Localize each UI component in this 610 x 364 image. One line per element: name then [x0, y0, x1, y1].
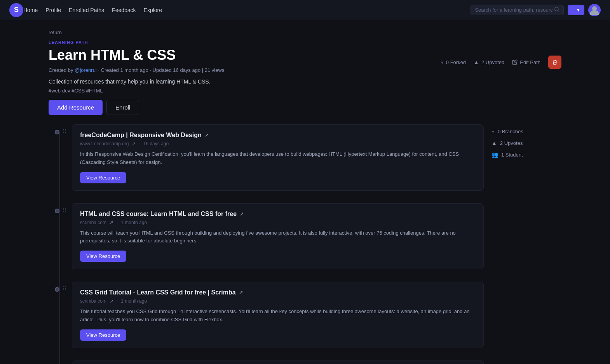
- resource-description: In this Responsive Web Design Certificat…: [80, 150, 476, 167]
- view-resource-button[interactable]: View Resource: [80, 251, 126, 262]
- upvoted-stat: ▲ 2 Upvoted: [474, 59, 504, 65]
- resource-url: www.freecodecamp.org: [80, 141, 129, 146]
- upvotes-stat: ▲ 2 Upvotes: [491, 140, 561, 146]
- url-external-icon: ↗: [132, 141, 136, 146]
- forked-stat: ⑂ 0 Forked: [441, 59, 466, 65]
- svg-point-0: [555, 7, 558, 11]
- drag-handle[interactable]: ⠿: [63, 286, 66, 292]
- resource-url: scrimba.com: [80, 220, 106, 225]
- students-stat: 👥 1 Student: [491, 152, 561, 158]
- resource-item: ⠿ Flexbox tutorial - Learn CSS Flexbox f…: [72, 361, 484, 364]
- resource-description: This course will teach you HTML and CSS …: [80, 229, 476, 246]
- delete-button[interactable]: [548, 56, 561, 69]
- path-action-buttons: Add Resource Enroll: [49, 100, 561, 115]
- drag-handle[interactable]: ⠿: [63, 207, 66, 213]
- resource-item: ⠿ CSS Grid Tutorial - Learn CSS Grid for…: [72, 282, 484, 348]
- resource-card: freeCodeCamp | Responsive Web Design ↗ w…: [72, 124, 484, 191]
- enroll-button[interactable]: Enroll: [106, 100, 139, 115]
- nav-home[interactable]: Home: [23, 7, 38, 13]
- nav-explore[interactable]: Explore: [144, 7, 162, 13]
- resource-url-row: scrimba.com ↗ · 1 month ago: [80, 220, 476, 225]
- upvotes-icon: ▲: [491, 140, 497, 146]
- timeline-dot: [55, 287, 59, 292]
- nav-feedback[interactable]: Feedback: [112, 7, 136, 13]
- resource-url-row: scrimba.com ↗ · 1 month ago: [80, 298, 476, 304]
- branches-icon: ⑂: [491, 128, 495, 134]
- resource-link[interactable]: HTML and CSS course: Learn HTML and CSS …: [80, 211, 237, 218]
- resource-card: HTML and CSS course: Learn HTML and CSS …: [72, 203, 484, 270]
- resource-link[interactable]: CSS Grid Tutorial - Learn CSS Grid for f…: [80, 289, 236, 296]
- author-link[interactable]: @jorenrui: [75, 67, 97, 73]
- view-resource-button[interactable]: View Resource: [80, 172, 126, 183]
- path-tags: #web dev #CSS #HTML: [49, 88, 441, 94]
- path-label: LEARNING PATH: [49, 40, 441, 45]
- url-external-icon: ↗: [110, 298, 113, 304]
- breadcrumb: return: [49, 20, 561, 40]
- resource-description: This tutorial teaches you CSS Grid throu…: [80, 308, 476, 324]
- timeline: ⠿ freeCodeCamp | Responsive Web Design ↗…: [49, 124, 484, 364]
- resource-time: 1 month ago: [121, 220, 147, 225]
- resource-time: 1 month ago: [121, 298, 147, 304]
- nav-links: Home Profile Enrolled Paths Feedback Exp…: [23, 7, 471, 13]
- main-content: return LEARNING PATH Learn HTML & CSS Cr…: [33, 20, 577, 364]
- edit-icon: [512, 59, 518, 65]
- students-icon: 👥: [491, 152, 498, 158]
- external-link-icon: ↗: [239, 290, 243, 295]
- resource-link[interactable]: freeCodeCamp | Responsive Web Design: [80, 132, 202, 139]
- resource-title: freeCodeCamp | Responsive Web Design ↗: [80, 132, 476, 139]
- resource-title: HTML and CSS course: Learn HTML and CSS …: [80, 211, 476, 218]
- edit-path-button[interactable]: Edit Path: [512, 59, 540, 65]
- resource-card: Flexbox tutorial - Learn CSS Flexbox for…: [72, 361, 484, 364]
- resource-time: 16 days ago: [143, 141, 169, 146]
- resource-item: ⠿ freeCodeCamp | Responsive Web Design ↗…: [72, 124, 484, 191]
- path-actions: ⑂ 0 Forked ▲ 2 Upvoted Edit Path: [441, 40, 561, 69]
- upvote-icon: ▲: [474, 59, 479, 65]
- navbar: S Home Profile Enrolled Paths Feedback E…: [0, 0, 610, 20]
- path-header-left: LEARNING PATH Learn HTML & CSS Created b…: [49, 40, 441, 94]
- resource-title: CSS Grid Tutorial - Learn CSS Grid for f…: [80, 289, 476, 296]
- add-button[interactable]: + ▾: [568, 5, 584, 15]
- nav-logo[interactable]: S: [9, 3, 23, 17]
- trash-icon: [552, 59, 558, 65]
- nav-right: + ▾: [471, 4, 601, 16]
- external-link-icon: ↗: [240, 211, 244, 217]
- fork-icon: ⑂: [441, 59, 444, 65]
- resources-list: ⠿ freeCodeCamp | Responsive Web Design ↗…: [49, 124, 484, 364]
- search-icon: [554, 7, 559, 13]
- external-link-icon: ↗: [205, 132, 209, 138]
- timeline-dot: [55, 130, 59, 134]
- path-description: Collection of resources that may help yo…: [49, 78, 441, 85]
- timeline-dot: [55, 209, 59, 213]
- breadcrumb-link[interactable]: return: [49, 30, 62, 35]
- avatar[interactable]: [588, 4, 601, 16]
- resource-url: scrimba.com: [80, 298, 106, 304]
- nav-profile[interactable]: Profile: [45, 7, 61, 13]
- nav-enrolled-paths[interactable]: Enrolled Paths: [69, 7, 104, 13]
- branches-stat: ⑂ 0 Branches: [491, 128, 561, 134]
- search-bar[interactable]: [471, 5, 564, 15]
- url-external-icon: ↗: [110, 220, 113, 225]
- search-input[interactable]: [475, 7, 552, 13]
- sidebar-stats: ⑂ 0 Branches ▲ 2 Upvotes 👥 1 Student: [484, 124, 561, 364]
- drag-handle[interactable]: ⠿: [63, 128, 66, 134]
- view-resource-button[interactable]: View Resource: [80, 329, 126, 341]
- path-meta: Created by @jorenrui · Created 1 month a…: [49, 67, 441, 73]
- resource-card: CSS Grid Tutorial - Learn CSS Grid for f…: [72, 282, 484, 348]
- resource-url-row: www.freecodecamp.org ↗ · 16 days ago: [80, 141, 476, 146]
- add-resource-button[interactable]: Add Resource: [49, 100, 103, 115]
- path-title: Learn HTML & CSS: [49, 47, 441, 63]
- path-header: LEARNING PATH Learn HTML & CSS Created b…: [49, 40, 561, 94]
- resource-item: ⠿ HTML and CSS course: Learn HTML and CS…: [72, 203, 484, 270]
- content-layout: ⠿ freeCodeCamp | Responsive Web Design ↗…: [49, 124, 561, 364]
